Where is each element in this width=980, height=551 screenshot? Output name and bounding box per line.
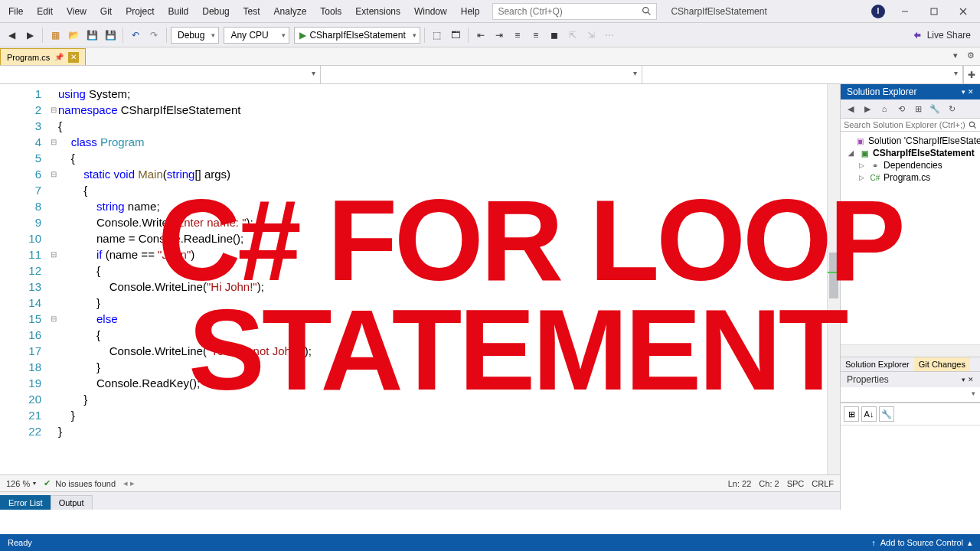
tab-dropdown-icon[interactable]: ▾ — [949, 49, 962, 61]
menu-git[interactable]: Git — [93, 3, 119, 20]
expand-icon[interactable]: ◢ — [848, 149, 856, 157]
prop-categorized-icon[interactable]: ⊞ — [844, 406, 859, 422]
tb-icon-9[interactable]: ⋯ — [601, 27, 618, 44]
expand-icon[interactable]: ▷ — [859, 161, 867, 169]
tab-solution-explorer[interactable]: Solution Explorer — [841, 357, 914, 371]
zoom-dropdown[interactable]: 126 %▾ — [6, 479, 36, 488]
se-home-icon[interactable]: ⌂ — [877, 102, 891, 116]
upload-icon: ↑ — [871, 538, 876, 547]
document-tab-program[interactable]: Program.cs 📌 ✕ — [0, 48, 86, 65]
close-tab-icon[interactable]: ✕ — [68, 52, 79, 63]
expand-icon[interactable]: ▷ — [859, 174, 867, 181]
properties-pin-icon[interactable]: ▾ ✕ — [962, 376, 974, 383]
tree-dependencies[interactable]: ▷ ⚭ Dependencies — [842, 159, 978, 171]
tb-icon-2[interactable]: 🗔 — [447, 27, 464, 44]
nav-fwd-icon[interactable]: ▶ — [21, 27, 38, 44]
tb-icon-7[interactable]: ⇱ — [564, 27, 581, 44]
live-share-button[interactable]: Live Share — [906, 30, 977, 41]
nav-back-icon[interactable]: ◀ — [3, 27, 20, 44]
tb-icon-1[interactable]: ⬚ — [429, 27, 446, 44]
panel-dropdown-icon[interactable]: ▾ ✕ — [962, 88, 974, 96]
config-dropdown[interactable]: Debug — [171, 27, 219, 44]
save-all-icon[interactable]: 💾 — [102, 27, 119, 44]
tree-project[interactable]: ◢ ▣ CSharpIfElseStatement — [842, 147, 978, 159]
tab-settings-icon[interactable]: ⚙ — [965, 49, 977, 61]
fold-column[interactable]: ⊟⊟⊟⊟⊟ — [49, 84, 58, 474]
lineending-mode[interactable]: CRLF — [812, 479, 834, 488]
nav-combo-3[interactable] — [642, 66, 963, 84]
search-icon — [969, 121, 977, 129]
menu-edit[interactable]: Edit — [30, 3, 60, 20]
split-editor-icon[interactable]: ✚ — [963, 66, 980, 83]
source-control-button[interactable]: ↑ Add to Source Control ▴ — [871, 538, 972, 548]
code-content[interactable]: using System;namespace CSharpIfElseState… — [58, 84, 827, 474]
minimize-button[interactable] — [896, 5, 914, 18]
tb-icon-5[interactable]: ≡ — [509, 27, 526, 44]
tb-icon-4[interactable]: ⇥ — [491, 27, 508, 44]
undo-icon[interactable]: ↶ — [127, 27, 144, 44]
prop-alpha-icon[interactable]: A↓ — [861, 406, 877, 422]
tb-icon-8[interactable]: ⇲ — [583, 27, 599, 44]
bottom-tool-tabs: Error List Output — [0, 491, 840, 510]
caret-line: Ln: 22 — [728, 479, 752, 488]
se-fwd-icon[interactable]: ▶ — [861, 102, 874, 116]
search-input[interactable] — [498, 6, 642, 17]
nav-combo-2[interactable] — [321, 66, 642, 84]
indent-mode[interactable]: SPC — [787, 479, 805, 488]
tree-file-program[interactable]: ▷ C# Program.cs — [842, 171, 978, 184]
solution-search-input[interactable] — [844, 120, 969, 129]
menu-project[interactable]: Project — [119, 3, 161, 20]
start-debug-button[interactable]: ▶ CSharpIfElseStatement — [294, 27, 420, 44]
pin-icon[interactable]: 📌 — [54, 53, 64, 61]
menu-window[interactable]: Window — [407, 3, 454, 20]
nav-combo-1[interactable] — [0, 66, 321, 84]
tab-output[interactable]: Output — [51, 495, 93, 510]
se-showall-icon[interactable]: ⊞ — [911, 102, 925, 116]
nav-bar: ✚ — [0, 66, 980, 84]
menu-build[interactable]: Build — [162, 3, 196, 20]
issues-indicator[interactable]: ✔ No issues found — [44, 478, 116, 488]
tree-solution[interactable]: ▣ Solution 'CSharpIfElseStatement' — [842, 135, 978, 147]
solution-tree[interactable]: ▣ Solution 'CSharpIfElseStatement' ◢ ▣ C… — [841, 132, 980, 344]
open-file-icon[interactable]: 📂 — [65, 27, 82, 44]
search-icon — [642, 6, 652, 16]
vertical-scrollbar[interactable] — [827, 84, 840, 474]
menu-extensions[interactable]: Extensions — [348, 3, 407, 20]
menu-test[interactable]: Test — [237, 3, 267, 20]
properties-combo[interactable]: ▾ — [841, 387, 980, 403]
menu-debug[interactable]: Debug — [195, 3, 236, 20]
search-box[interactable] — [492, 3, 657, 20]
tb-icon-3[interactable]: ⇤ — [472, 27, 489, 44]
solution-search[interactable] — [841, 119, 980, 132]
user-avatar[interactable]: I — [871, 5, 885, 18]
panel-hscroll[interactable] — [841, 344, 980, 357]
tab-error-list[interactable]: Error List — [0, 495, 51, 510]
check-icon: ✔ — [44, 478, 51, 488]
bookmark-icon[interactable]: ◼ — [546, 27, 563, 44]
menu-file[interactable]: File — [2, 3, 30, 20]
close-button[interactable] — [954, 5, 972, 18]
tab-git-changes[interactable]: Git Changes — [914, 357, 970, 371]
scroll-thumb[interactable] — [829, 253, 838, 298]
maximize-button[interactable] — [925, 5, 943, 18]
menu-analyze[interactable]: Analyze — [267, 3, 314, 20]
live-share-icon — [912, 30, 923, 41]
menu-tools[interactable]: Tools — [313, 3, 348, 20]
menu-view[interactable]: View — [60, 3, 93, 20]
new-project-icon[interactable]: ▦ — [47, 27, 64, 44]
redo-icon[interactable]: ↷ — [145, 27, 162, 44]
solution-explorer-toolbar: ◀ ▶ ⌂ ⟲ ⊞ 🔧 ↻ — [841, 99, 980, 119]
se-properties-icon[interactable]: 🔧 — [928, 102, 942, 116]
se-refresh-icon[interactable]: ↻ — [945, 102, 959, 116]
se-sync-icon[interactable]: ⟲ — [894, 102, 908, 116]
platform-dropdown[interactable]: Any CPU — [224, 27, 289, 44]
prop-wrench-icon[interactable]: 🔧 — [879, 406, 894, 422]
tb-icon-6[interactable]: ≡ — [528, 27, 544, 44]
solution-explorer-title: Solution Explorer ▾ ✕ — [841, 84, 980, 99]
csharp-file-icon: C# — [870, 172, 880, 183]
nav-arrows[interactable]: ◂ ▸ — [123, 478, 135, 488]
se-back-icon[interactable]: ◀ — [844, 102, 858, 116]
code-editor[interactable]: 12345678910111213141516171819202122 ⊟⊟⊟⊟… — [0, 84, 840, 474]
menu-help[interactable]: Help — [454, 3, 487, 20]
save-icon[interactable]: 💾 — [83, 27, 100, 44]
